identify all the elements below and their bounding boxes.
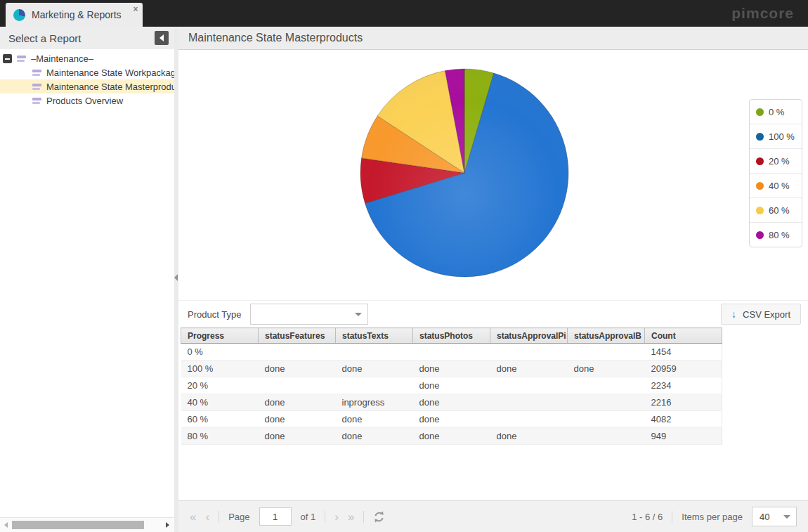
first-page-icon[interactable]: « [190,511,196,523]
prev-page-icon[interactable]: ‹ [205,511,209,523]
column-header-statustexts[interactable]: statusTexts [336,328,413,344]
column-header-statusfeatures[interactable]: statusFeatures [259,328,336,344]
grid-cell[interactable] [259,344,336,361]
tree-leaf-0[interactable]: Maintenance State Workpackages [0,65,174,79]
legend-swatch [756,231,764,239]
table-row-0[interactable]: 0 %1454 [181,344,722,361]
page-size-value: 40 [752,512,778,522]
tree-leaf-2[interactable]: Products Overview [0,93,174,108]
table-row-1[interactable]: 100 %donedonedonedonedone20959 [181,361,722,377]
scroll-left-icon[interactable] [4,522,8,528]
page-size-select[interactable]: 40 [752,507,797,526]
column-header-statusapprovalpi[interactable]: statusApprovalPi [490,328,568,344]
column-header-progress[interactable]: Progress [181,328,259,344]
grid-cell[interactable]: 1454 [645,344,722,361]
product-type-select[interactable] [250,304,368,325]
grid-cell[interactable]: 60 % [181,411,259,428]
grid-cell[interactable] [336,377,413,394]
grid-cell[interactable]: 2216 [645,394,722,411]
grid-cell[interactable]: done [336,428,413,445]
table-row-4[interactable]: 60 %donedonedone4082 [181,411,722,428]
pie-chart-icon [13,9,25,21]
refresh-icon[interactable] [373,511,385,523]
grid-cell[interactable]: done [413,361,490,377]
separator [363,511,364,523]
grid-cell[interactable]: done [413,428,490,445]
column-header-count[interactable]: Count [645,328,722,344]
chevron-down-icon [783,515,790,519]
tab-marketing-reports[interactable]: Marketing & Reports × [6,3,143,27]
product-type-label: Product Type [188,309,241,320]
table-row-3[interactable]: 40 %doneinprogressdone2216 [181,394,722,411]
close-icon[interactable]: × [133,5,138,13]
tree-leaf-1[interactable]: Maintenance State Masterproducts [0,79,174,93]
grid-cell[interactable]: done [259,411,336,428]
tree-node-maintenance[interactable]: –Maintenance– [0,51,174,65]
grid-cell[interactable] [490,394,568,411]
grid-cell[interactable]: 40 % [181,394,259,411]
report-icon [17,56,26,62]
grid-cell[interactable]: done [413,394,490,411]
legend-item-100%[interactable]: 100 % [750,124,802,148]
report-tree: –Maintenance–Maintenance State Workpacka… [0,49,174,517]
grid-cell[interactable]: done [259,394,336,411]
dropdown-trigger[interactable] [349,304,367,324]
grid-cell[interactable] [490,377,568,394]
paging-toolbar: « ‹ Page of 1 › » [178,500,808,532]
horizontal-scrollbar[interactable] [0,517,174,532]
grid-cell[interactable] [413,344,490,361]
grid-cell[interactable]: 0 % [181,344,259,361]
grid-cell[interactable]: 20 % [181,377,259,394]
content-area: Select a Report –Maintenance–Maintenance… [0,27,808,532]
grid-cell[interactable] [568,411,645,428]
legend-item-0%[interactable]: 0 % [750,100,802,124]
grid-cell[interactable] [259,377,336,394]
grid-cell[interactable]: done [259,361,336,377]
grid-cell[interactable]: done [336,411,413,428]
grid-cell[interactable] [490,344,568,361]
grid-cell[interactable]: inprogress [336,394,413,411]
table-row-2[interactable]: 20 %done2234 [181,377,722,394]
next-page-icon[interactable]: › [334,511,339,523]
collapse-panel-button[interactable] [155,31,169,45]
grid-cell[interactable] [490,411,568,428]
column-header-statusphotos[interactable]: statusPhotos [413,328,490,344]
last-page-icon[interactable]: » [348,511,354,523]
grid-cell[interactable] [568,394,645,411]
grid-cell[interactable]: done [336,361,413,377]
scroll-right-icon[interactable] [166,522,169,528]
tree-node-label: –Maintenance– [31,53,93,64]
legend-item-20%[interactable]: 20 % [750,148,802,173]
grid-cell[interactable]: done [490,428,568,445]
grid-cell[interactable]: 2234 [645,377,722,394]
grid-cell[interactable]: 4082 [645,411,722,428]
grid-cell[interactable]: done [490,361,568,377]
dropdown-trigger[interactable] [778,507,796,526]
scrollbar-thumb[interactable] [12,521,144,529]
legend-item-60%[interactable]: 60 % [750,197,802,222]
grid-cell[interactable] [568,377,645,394]
legend-item-80%[interactable]: 80 % [750,222,802,247]
grid-cell[interactable]: 80 % [181,428,259,445]
grid-cell[interactable] [568,344,645,361]
grid-cell[interactable]: 20959 [645,361,722,377]
download-icon: ↓ [731,309,736,319]
collapse-node-icon[interactable] [3,54,12,63]
report-sidebar: Select a Report –Maintenance–Maintenance… [0,27,174,532]
grid-cell[interactable]: done [413,377,490,394]
grid-cell[interactable] [336,344,413,361]
table-row-5[interactable]: 80 %donedonedonedone949 [181,428,722,445]
grid-cell[interactable] [568,428,645,445]
grid-cell[interactable]: 100 % [181,361,259,377]
grid-cell[interactable]: done [413,411,490,428]
column-header-statusapprovalb[interactable]: statusApprovalB [568,328,645,344]
legend-item-40%[interactable]: 40 % [750,173,802,197]
splitter-collapse-icon[interactable] [174,274,178,281]
grid-cell[interactable]: 949 [645,428,722,445]
chevron-down-icon [355,313,362,316]
grid-cell[interactable]: done [259,428,336,445]
legend-label: 80 % [769,230,790,240]
grid-cell[interactable]: done [568,361,645,377]
csv-export-button[interactable]: ↓ CSV Export [721,304,801,325]
page-number-input[interactable] [259,507,292,526]
